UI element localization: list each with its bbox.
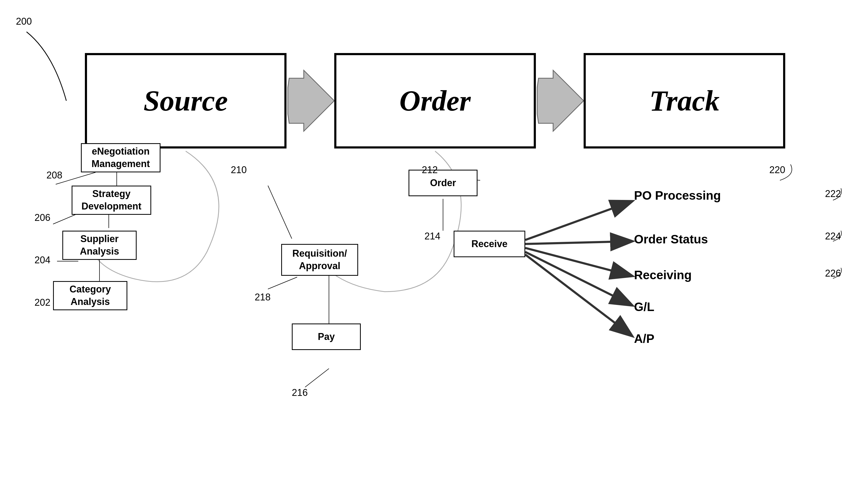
line-218 (268, 277, 297, 289)
receive-box: Receive (454, 231, 525, 257)
line-200 (27, 32, 66, 101)
arrow-po-processing (525, 201, 631, 240)
svg-marker-5 (288, 70, 334, 131)
svg-marker-6 (537, 70, 584, 131)
po-processing-label: PO Processing (634, 188, 721, 202)
pay-box: Pay (292, 323, 361, 350)
ref-200: 200 (16, 16, 32, 27)
ref-206: 206 (34, 212, 51, 223)
strategy-dev-box: StrategyDevelopment (72, 186, 151, 215)
requisition-box: Requisition/Approval (281, 244, 358, 276)
diagram: 200 Source Order Track CategoryAnalysis … (0, 0, 868, 481)
arrow-ap (525, 255, 631, 335)
enegotiation-label: eNegotiationManagement (92, 145, 150, 170)
ref-204: 204 (34, 255, 51, 266)
order-label: Order (400, 84, 471, 118)
supplier-analysis-label: SupplierAnalysis (80, 233, 119, 258)
receiving-label: Receiving (634, 268, 691, 282)
arrow-order-status (525, 241, 631, 244)
track-label: Track (649, 84, 720, 118)
arrow-gl (525, 252, 631, 305)
ref-218: 218 (255, 292, 271, 303)
supplier-analysis-box: SupplierAnalysis (62, 231, 136, 260)
ref-226: 226 (825, 268, 841, 279)
enegotiation-box: eNegotiationManagement (81, 143, 160, 172)
order-status-label: Order Status (634, 232, 708, 246)
ref-212: 212 (422, 164, 438, 175)
arrow-receiving (525, 248, 631, 276)
order-box-main: Order (334, 53, 536, 149)
strategy-dev-label: StrategyDevelopment (82, 188, 142, 213)
ref-210: 210 (231, 164, 247, 175)
gl-label: G/L (634, 300, 654, 314)
requisition-label: Requisition/Approval (292, 247, 347, 272)
order-sub-box: Order (408, 170, 477, 196)
source-label: Source (144, 84, 228, 118)
order-track-arrow (537, 70, 584, 131)
ref-224: 224 (825, 231, 841, 242)
line-216 (305, 368, 329, 387)
line-210 (268, 186, 292, 238)
source-order-arrow (288, 70, 334, 131)
ap-label: A/P (634, 331, 654, 346)
source-box: Source (85, 53, 286, 149)
order-sub-label: Order (430, 177, 456, 189)
category-analysis-label: CategoryAnalysis (69, 283, 111, 308)
ref-214: 214 (425, 231, 440, 242)
pay-label: Pay (318, 331, 335, 343)
ref-220: 220 (769, 164, 785, 175)
ref-208: 208 (46, 170, 62, 181)
ref-202: 202 (34, 297, 51, 308)
category-analysis-box: CategoryAnalysis (53, 281, 127, 310)
ref-222: 222 (825, 188, 841, 199)
track-box: Track (584, 53, 785, 149)
receive-label: Receive (471, 238, 507, 250)
ref-216: 216 (292, 387, 308, 398)
